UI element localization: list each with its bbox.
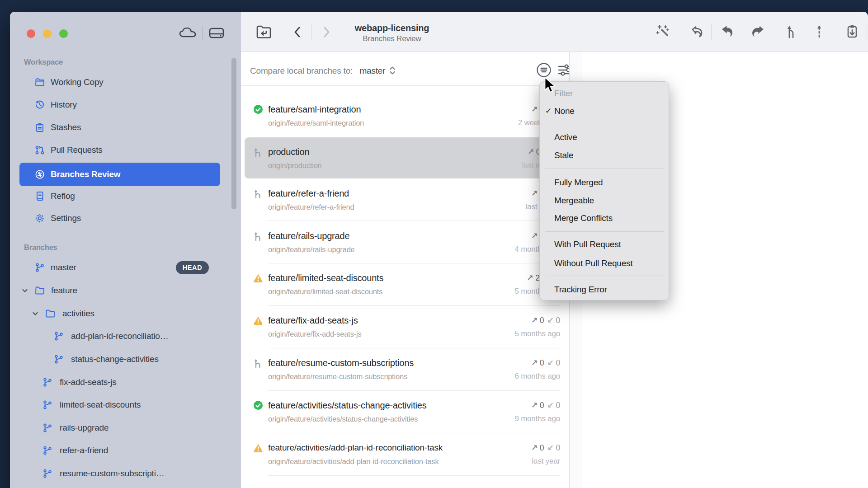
branch-updated: last year — [532, 456, 560, 466]
minimize-window-button[interactable] — [43, 29, 52, 38]
zoom-window-button[interactable] — [59, 29, 68, 38]
git-branch-icon — [42, 400, 52, 410]
ahead-arrow-icon: ↗ — [531, 316, 538, 325]
desktop: Workspace Working Copy History — [0, 0, 868, 488]
branch-origin: origin/feature/fix-add-seats-js — [268, 329, 362, 339]
filter-option-stale[interactable]: Stale — [540, 146, 669, 164]
sidebar-section-branches: Branches — [24, 242, 57, 253]
branch-origin: origin/feature/activities/status-change-… — [268, 414, 418, 424]
sidebar-item-label: Settings — [51, 209, 81, 227]
branch-row-selected[interactable]: production origin/production ↗ 0↙ 0 last… — [245, 137, 562, 178]
git-branch-icon — [42, 469, 52, 479]
behind-count: 0 — [556, 401, 560, 410]
sidebar-folder-activities[interactable]: activities — [10, 305, 241, 323]
branch-row[interactable]: feature/rails-upgrade origin/feature/rai… — [241, 221, 569, 263]
toolbar-separator — [867, 23, 867, 40]
git-branch-icon — [35, 263, 45, 272]
gear-icon — [35, 213, 45, 223]
pull-icon[interactable] — [717, 23, 736, 41]
sidebar-item-branches-review[interactable]: Branches Review — [10, 165, 241, 183]
sidebar-item-label: add-plan-id-reconciliatio… — [71, 327, 169, 345]
branch-origin: origin/feature/saml-integration — [268, 118, 364, 128]
chevron-down-icon[interactable] — [31, 310, 39, 318]
row-separator — [268, 475, 560, 476]
branch-updated: 9 months ago — [514, 414, 560, 424]
branch-row[interactable]: feature/limited-seat-discounts origin/fe… — [241, 263, 569, 305]
branch-row[interactable]: feature/activities/add-plan-id-reconcili… — [241, 433, 569, 475]
sidebar-item-label: rails-upgrade — [60, 419, 108, 437]
tracking-branch-icon — [253, 147, 263, 157]
compare-branch-select[interactable]: master — [359, 66, 385, 75]
branch-updated: 5 months ago — [514, 329, 560, 339]
branch-name: feature/activities/add-plan-id-reconcili… — [268, 442, 443, 453]
filter-option-fully-merged[interactable]: Fully Merged — [540, 174, 669, 192]
fetch-icon[interactable] — [687, 23, 705, 41]
filter-option-none[interactable]: ✓ None — [540, 102, 669, 120]
sidebar-item-stashes[interactable]: Stashes — [10, 118, 241, 136]
sidebar-item-label: activities — [62, 305, 94, 323]
sidebar-item-label: Working Copy — [51, 73, 104, 91]
ahead-behind-counts: ↗ 0↙ 0 — [531, 315, 560, 326]
ahead-arrow-icon: ↗ — [531, 189, 538, 198]
branch-origin: origin/feature/rails-upgrade — [268, 244, 355, 254]
branch-row[interactable]: feature/saml-integration origin/feature/… — [241, 95, 569, 137]
sidebar-branch-rails-upgrade[interactable]: rails-upgrade — [10, 419, 241, 437]
sidebar-item-pull-requests[interactable]: Pull Requests — [10, 141, 241, 159]
close-window-button[interactable] — [27, 29, 35, 38]
branch-row[interactable]: feature/activities/status-change-activit… — [241, 391, 569, 433]
sidebar-branch-refer-a-friend[interactable]: refer-a-friend — [10, 441, 241, 460]
sidebar-branch-fix-add-seats-js[interactable]: fix-add-seats-js — [10, 373, 241, 391]
sidebar-branch-add-plan-id[interactable]: add-plan-id-reconciliatio… — [10, 327, 241, 345]
local-drive-icon[interactable] — [208, 26, 225, 40]
stash-icon[interactable] — [843, 23, 861, 41]
view-subtitle: Branches Review — [338, 34, 446, 44]
back-button[interactable] — [292, 26, 303, 38]
sidebar-branch-status-change-activities[interactable]: status-change-activities — [10, 350, 241, 368]
merge-icon[interactable] — [782, 23, 800, 41]
branch-row[interactable]: feature/fix-add-seats-js origin/feature/… — [241, 306, 569, 348]
tracking-branch-icon — [253, 231, 263, 241]
cloud-services-icon[interactable] — [178, 26, 198, 40]
push-icon[interactable] — [748, 23, 766, 41]
sidebar-item-label: History — [51, 96, 77, 114]
filter-option-tracking-error[interactable]: Tracking Error — [540, 281, 669, 299]
chevron-down-icon[interactable] — [21, 286, 29, 295]
sidebar-section-workspace: Workspace — [24, 56, 63, 67]
branch-name: feature/refer-a-friend — [268, 188, 349, 199]
git-branch-icon — [42, 377, 52, 387]
branch-name: feature/rails-upgrade — [268, 230, 349, 241]
branch-origin: origin/production — [268, 160, 322, 170]
sidebar-folder-feature[interactable]: feature — [10, 282, 241, 300]
sidebar-branch-limited-seat-discounts[interactable]: limited-seat-discounts — [10, 396, 241, 414]
filter-option-mergeable[interactable]: Mergeable — [540, 192, 669, 210]
sidebar-item-history[interactable]: History — [10, 96, 241, 114]
filter-option-merge-conflicts[interactable]: Merge Conflicts — [540, 209, 669, 227]
branch-row[interactable]: feature/refer-a-friend origin/feature/re… — [241, 179, 569, 221]
sidebar-branch-resume-custom-subscriptions[interactable]: resume-custom-subscripti… — [10, 465, 241, 483]
behind-arrow-icon: ↙ — [547, 401, 553, 410]
quick-actions-wand-icon[interactable] — [654, 23, 672, 41]
open-working-copy-icon[interactable] — [254, 24, 274, 40]
forward-button[interactable] — [321, 26, 332, 38]
filter-dropdown-menu: Filter ✓ None Active Stale Fully Merged … — [539, 81, 669, 300]
branch-name: feature/activities/status-change-activit… — [268, 400, 426, 411]
sidebar-item-label: master — [51, 258, 76, 277]
git-branch-icon — [42, 423, 52, 433]
mouse-cursor — [543, 77, 557, 93]
filter-menu-header: Filter — [540, 84, 669, 103]
filter-option-without-pull-request[interactable]: Without Pull Request — [540, 254, 669, 272]
main-toolbar: webapp-licensing Branches Review — [241, 12, 868, 52]
merge-conflict-warning-icon — [253, 443, 263, 453]
filter-menu-button[interactable] — [536, 62, 552, 78]
sidebar-item-working-copy[interactable]: Working Copy — [10, 73, 241, 91]
sidebar-item-settings[interactable]: Settings — [10, 209, 241, 227]
folder-icon — [45, 309, 55, 319]
branch-row[interactable]: feature/resume-custom-subscriptions orig… — [241, 348, 569, 390]
rebase-icon[interactable] — [810, 23, 828, 41]
filter-option-with-pull-request[interactable]: With Pull Request — [540, 235, 669, 253]
repository-title: webapp-licensing — [338, 23, 446, 33]
sidebar-item-reflog[interactable]: Reflog — [10, 187, 241, 205]
filter-option-active[interactable]: Active — [540, 128, 669, 146]
journal-icon — [35, 191, 45, 201]
compare-label: Compare local branches to: — [250, 66, 353, 75]
